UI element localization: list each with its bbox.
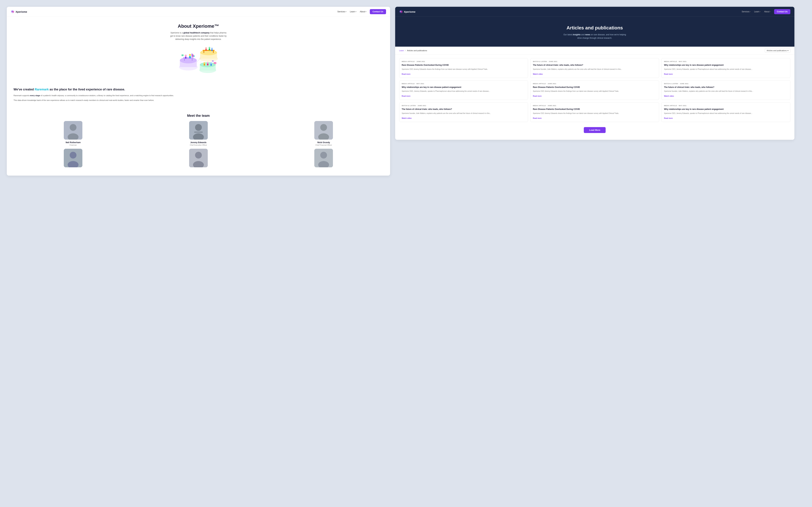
article-card-4: MEDIA ARTICLE·JUNE 2021 Rare Disease Pat…: [530, 80, 659, 100]
load-more-button[interactable]: Load More: [584, 127, 606, 133]
isometric-illustration: [175, 45, 222, 75]
logo-icon-right: [399, 10, 403, 13]
article-card-5: WATCH & LISTEN·JUNE 2021 The future of c…: [661, 80, 790, 100]
team-grid: Neil Rotherham Chairman Jeremy Edwards C…: [12, 121, 385, 170]
svg-rect-41: [182, 54, 184, 56]
logo-left: Xperiome: [11, 10, 27, 13]
breadcrumb-learn[interactable]: Learn: [399, 50, 404, 52]
svg-rect-27: [211, 49, 213, 51]
article-meta-0: MEDIA ARTICLE·JUNE 2021: [402, 61, 525, 62]
article-card-2: MEDIA ARTICLE·MAY 2021 Why relationships…: [661, 58, 790, 78]
articles-description: Our latest insights and news on rare dis…: [563, 33, 627, 40]
chevron-icon: ▾: [356, 11, 356, 12]
svg-point-43: [70, 124, 77, 131]
read-more-link-8[interactable]: Read more: [664, 117, 673, 119]
svg-rect-13: [192, 54, 192, 57]
article-card-7: MEDIA ARTICLE·JUNE 2021 Rare Disease Pat…: [530, 102, 659, 122]
svg-rect-6: [183, 57, 193, 59]
svg-rect-34: [207, 64, 208, 65]
nav-about-right[interactable]: About ▾: [764, 10, 771, 13]
article-title-8: Why relationships are key in rare diseas…: [664, 108, 788, 111]
right-nav: Xperiome Services ▾ Learn ▾ About ▾ Cont…: [395, 7, 795, 17]
about-title: About Xperiome™: [13, 23, 383, 29]
raremark-section: We've created Raremark as the place for …: [7, 84, 390, 109]
raremark-para2: This data-driven knowledge bank of the r…: [13, 99, 383, 102]
article-title-3: Why relationships are key in rare diseas…: [402, 86, 525, 89]
article-excerpt-7: Xperiome CEO Jeremy Edwards shares the f…: [533, 112, 657, 115]
svg-rect-23: [205, 49, 207, 51]
svg-rect-36: [210, 64, 212, 66]
article-excerpt-1: Xperiome founder, Julie Walters, explain…: [533, 68, 657, 71]
avatar-nicki: [314, 121, 333, 139]
svg-point-24: [209, 47, 210, 49]
read-more-link-4[interactable]: Read more: [533, 95, 542, 97]
article-excerpt-0: Xperiome CEO Jeremy Edwards shares the f…: [402, 68, 525, 71]
article-meta-3: MEDIA ARTICLE·MAY 2021: [402, 83, 525, 84]
read-more-link-2[interactable]: Read more: [664, 73, 673, 75]
nav-learn-left[interactable]: Learn ▾: [350, 10, 356, 13]
team-role-neil: Chairman: [69, 144, 77, 146]
article-excerpt-4: Xperiome CEO Jeremy Edwards shares the f…: [533, 90, 657, 93]
breadcrumb-current: Articles and publications: [407, 50, 427, 52]
read-more-link-3[interactable]: Read more: [402, 95, 411, 97]
svg-point-22: [205, 47, 207, 49]
svg-point-63: [401, 11, 402, 12]
article-excerpt-5: Xperiome founder, Julie Walters, explain…: [664, 90, 788, 93]
article-title-2: Why relationships are key in rare diseas…: [664, 64, 788, 67]
contact-us-button-right[interactable]: Contact Us: [774, 9, 790, 14]
team-card-2: Jeremy Edwards Chief Executive Officer: [137, 121, 260, 146]
article-meta-7: MEDIA ARTICLE·JUNE 2021: [533, 105, 657, 107]
breadcrumb-bar: Learn > Articles and publications Articl…: [395, 47, 795, 55]
article-title-4: Rare Disease Patients Overlooked During …: [533, 86, 657, 89]
article-meta-4: MEDIA ARTICLE·JUNE 2021: [533, 83, 657, 84]
svg-rect-8: [192, 59, 193, 61]
svg-point-33: [207, 62, 209, 64]
svg-rect-47: [194, 131, 203, 133]
article-title-7: Rare Disease Patients Overlooked During …: [533, 108, 657, 111]
right-nav-links: Services ▾ Learn ▾ About ▾ Contact Us: [742, 9, 790, 14]
read-more-link-7[interactable]: Read more: [533, 117, 542, 119]
chevron-icon: ▾: [346, 11, 347, 12]
svg-rect-21: [213, 51, 214, 53]
svg-rect-39: [214, 62, 216, 64]
left-panel: Xperiome Services ▾ Learn ▾ About ▾ Cont…: [7, 7, 390, 176]
nav-services-left[interactable]: Services ▾: [337, 10, 347, 13]
watch-video-link-1[interactable]: Watch video: [533, 73, 543, 75]
left-nav: Xperiome Services ▾ Learn ▾ About ▾ Cont…: [7, 7, 390, 17]
filter-dropdown[interactable]: Articles and publications ▾: [765, 49, 790, 53]
team-card-4: [12, 149, 135, 170]
left-nav-links: Services ▾ Learn ▾ About ▾ Contact Us: [337, 9, 386, 14]
svg-point-35: [210, 62, 212, 64]
svg-point-11: [189, 54, 191, 56]
watch-video-link-5[interactable]: Watch video: [664, 95, 674, 97]
avatar-6: [314, 149, 333, 167]
chevron-icon: ▾: [770, 11, 771, 12]
read-more-link-0[interactable]: Read more: [402, 73, 411, 75]
team-section: Meet the team Neil Rotherham Chairman: [7, 109, 390, 176]
article-meta-6: WATCH & LISTEN·JUNE 2021: [402, 105, 525, 107]
article-card-0: MEDIA ARTICLE·JUNE 2021 Rare Disease Pat…: [399, 58, 528, 78]
article-title-0: Rare Disease Patients Overlooked During …: [402, 64, 525, 67]
nav-about-left[interactable]: About ▾: [360, 10, 366, 13]
article-title-6: The future of clinical trials: who leads…: [402, 108, 525, 111]
team-name-jeremy: Jeremy Edwards: [190, 141, 206, 144]
svg-rect-32: [204, 64, 205, 66]
chevron-icon: ▾: [760, 11, 761, 12]
articles-title: Articles and publications: [402, 25, 788, 31]
nav-learn-right[interactable]: Learn ▾: [754, 10, 761, 13]
svg-point-56: [195, 152, 202, 159]
filter-label: Articles and publications: [767, 50, 787, 52]
team-name-nicki: Nicki Grundy: [317, 141, 330, 144]
nav-services-right[interactable]: Services ▾: [742, 10, 751, 13]
svg-rect-15: [194, 55, 194, 57]
team-card-3: Nicki Grundy Chief Financial Officer: [262, 121, 385, 146]
svg-point-26: [211, 48, 213, 49]
avatar-5: [189, 149, 208, 167]
logo-icon-left: [11, 10, 14, 13]
svg-rect-7: [184, 59, 185, 61]
contact-us-button-left[interactable]: Contact Us: [370, 9, 386, 14]
chevron-icon: ▾: [366, 11, 366, 12]
watch-video-link-6[interactable]: Watch video: [402, 117, 412, 119]
svg-point-2: [12, 11, 14, 12]
logo-right: Xperiome: [399, 10, 415, 13]
